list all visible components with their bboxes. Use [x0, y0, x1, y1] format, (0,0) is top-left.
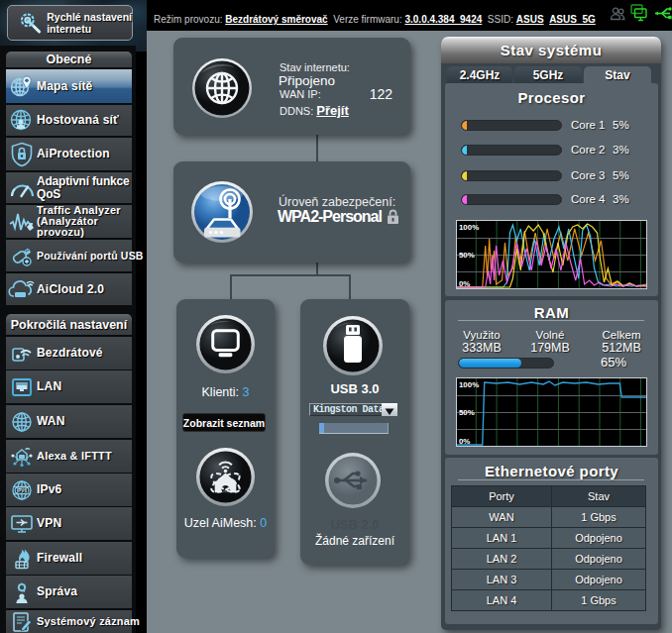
svg-text:0%: 0% — [459, 279, 470, 288]
svg-text:IPV6: IPV6 — [17, 487, 27, 492]
svg-text:100%: 100% — [459, 380, 479, 389]
svg-text:50%: 50% — [459, 408, 475, 417]
svg-text:100%: 100% — [459, 223, 479, 232]
svg-text:50%: 50% — [459, 251, 475, 260]
svg-text:0%: 0% — [459, 437, 470, 446]
